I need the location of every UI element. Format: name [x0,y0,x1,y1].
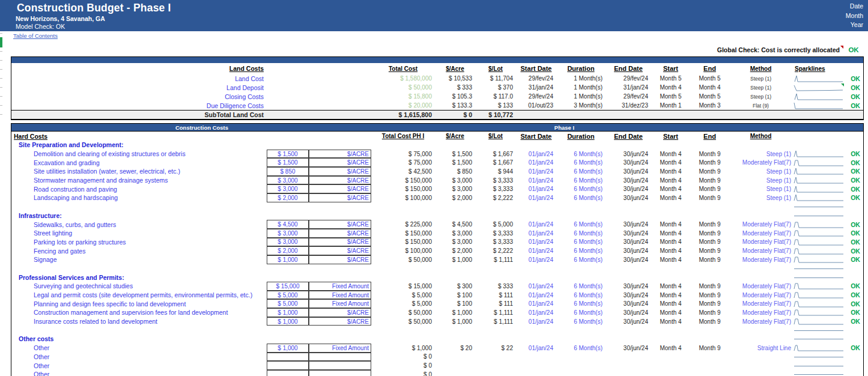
input-unit-cell[interactable]: $/ACRE [309,229,371,238]
input-unit-cell[interactable] [309,361,371,370]
duration-cell[interactable]: 6 Month(s) [556,308,605,317]
start-date-cell[interactable]: 01/jan/24 [516,238,556,247]
input-value-cell[interactable]: $ 1,000 [267,317,309,326]
input-value-cell[interactable]: $ 3,000 [267,184,309,193]
duration-cell[interactable]: 6 Month(s) [556,282,605,291]
input-value-cell[interactable]: $ 5,000 [267,291,309,300]
start-date-cell[interactable]: 01/jan/24 [516,255,556,264]
land-row-label[interactable]: Land Deposit [11,83,267,92]
input-unit-cell[interactable]: $/ACRE [309,246,371,255]
start-date-cell[interactable]: 01/jan/24 [516,317,556,326]
duration-cell[interactable]: 6 Month(s) [556,344,605,353]
input-unit-cell[interactable]: Fixed Amount [309,299,371,308]
duration-cell[interactable] [556,361,605,370]
method-cell[interactable]: Moderately Flat(7) [729,220,792,229]
duration-cell[interactable]: 6 Month(s) [556,158,605,167]
start-date-cell[interactable] [516,353,556,362]
input-value-cell[interactable]: $ 850 [267,167,309,176]
start-date-cell[interactable] [516,361,556,370]
input-unit-cell[interactable]: $/ACRE [309,193,371,202]
start-date-cell[interactable]: 01/jan/24 [516,167,556,176]
duration-cell[interactable]: 6 Month(s) [556,229,605,238]
start-date-cell[interactable]: 01/jan/24 [516,308,556,317]
input-unit-cell[interactable] [309,370,371,376]
start-date-cell[interactable]: 01/jan/24 [516,282,556,291]
duration-cell[interactable]: 6 Month(s) [556,176,605,185]
input-value-cell[interactable]: $ 4,500 [267,220,309,229]
duration-cell[interactable]: 6 Month(s) [556,193,605,202]
input-value-cell[interactable]: $ 1,500 [267,158,309,167]
duration-cell[interactable]: 6 Month(s) [556,255,605,264]
method-cell[interactable]: Moderately Flat(7) [729,291,792,300]
input-value-cell[interactable]: $ 1,000 [267,344,309,353]
method-cell[interactable]: Moderately Flat(7) [729,317,792,326]
land-row-label[interactable]: Due Diligence Costs [11,101,267,110]
duration-cell[interactable]: 6 Month(s) [556,299,605,308]
method-cell[interactable]: Moderately Flat(7) [729,255,792,264]
input-value-cell[interactable]: $ 3,000 [267,229,309,238]
input-value-cell[interactable]: $ 3,000 [267,238,309,247]
method-cell[interactable]: Moderately Flat(7) [729,299,792,308]
input-unit-cell[interactable]: Fixed Amount [309,291,371,300]
input-value-cell[interactable] [267,353,309,362]
input-unit-cell[interactable]: $/ACRE [309,167,371,176]
method-cell[interactable] [729,361,792,370]
method-cell[interactable]: Moderately Flat(7) [729,229,792,238]
duration-cell[interactable]: 6 Month(s) [556,167,605,176]
duration-cell[interactable]: 6 Month(s) [556,291,605,300]
start-date-cell[interactable]: 01/jan/24 [516,184,556,193]
start-date-cell[interactable]: 01/jan/24 [516,158,556,167]
input-value-cell[interactable]: $ 2,000 [267,246,309,255]
start-date-cell[interactable]: 01/jan/24 [516,291,556,300]
duration-cell[interactable]: 6 Month(s) [556,150,605,159]
duration-cell[interactable] [556,353,605,362]
input-unit-cell[interactable]: $/ACRE [309,317,371,326]
input-unit-cell[interactable]: $/ACRE [309,158,371,167]
input-unit-cell[interactable]: $/ACRE [309,220,371,229]
method-cell[interactable]: Moderately Flat(7) [729,238,792,247]
start-date-cell[interactable]: 01/jan/24 [516,176,556,185]
input-unit-cell[interactable]: $/ACRE [309,255,371,264]
start-date-cell[interactable]: 01/jan/24 [516,229,556,238]
method-cell[interactable]: Moderately Flat(7) [729,282,792,291]
method-cell[interactable]: Straight Line [729,344,792,353]
method-cell[interactable] [729,353,792,362]
input-value-cell[interactable]: $ 5,000 [267,299,309,308]
method-cell[interactable]: Moderately Flat(7) [729,158,792,167]
input-unit-cell[interactable]: $/ACRE [309,238,371,247]
input-value-cell[interactable]: $ 1,000 [267,255,309,264]
table-of-contents-link[interactable]: Table of Contents [13,32,58,39]
input-value-cell[interactable] [267,370,309,376]
method-cell[interactable]: Steep (1) [729,184,792,193]
start-date-cell[interactable]: 01/jan/24 [516,299,556,308]
input-unit-cell[interactable] [309,353,371,362]
method-cell[interactable]: Steep (1) [729,167,792,176]
duration-cell[interactable]: 6 Month(s) [556,317,605,326]
duration-cell[interactable]: 6 Month(s) [556,220,605,229]
input-unit-cell[interactable]: $/ACRE [309,150,371,159]
input-value-cell[interactable]: $ 15,000 [267,282,309,291]
duration-cell[interactable] [556,370,605,376]
input-unit-cell[interactable]: $/ACRE [309,176,371,185]
input-value-cell[interactable] [267,361,309,370]
start-date-cell[interactable]: 01/jan/24 [516,246,556,255]
input-value-cell[interactable]: $ 3,000 [267,176,309,185]
input-unit-cell[interactable]: Fixed Amount [309,282,371,291]
input-value-cell[interactable]: $ 1,500 [267,150,309,159]
method-cell[interactable]: Steep (1) [729,150,792,159]
start-date-cell[interactable]: 01/jan/24 [516,344,556,353]
input-unit-cell[interactable]: $/ACRE [309,308,371,317]
duration-cell[interactable]: 6 Month(s) [556,184,605,193]
input-value-cell[interactable]: $ 1,000 [267,308,309,317]
method-cell[interactable]: Moderately Flat(7) [729,246,792,255]
land-row-label[interactable]: Closing Costs [11,92,267,101]
method-cell[interactable] [729,370,792,376]
start-date-cell[interactable]: 01/jan/24 [516,193,556,202]
method-cell[interactable]: Moderately Flat(7) [729,308,792,317]
input-unit-cell[interactable]: Fixed Amount [309,344,371,353]
input-unit-cell[interactable]: $/ACRE [309,184,371,193]
land-row-label[interactable]: Land Cost [11,74,267,83]
start-date-cell[interactable] [516,370,556,376]
method-cell[interactable]: Steep (1) [729,193,792,202]
start-date-cell[interactable]: 01/jan/24 [516,220,556,229]
